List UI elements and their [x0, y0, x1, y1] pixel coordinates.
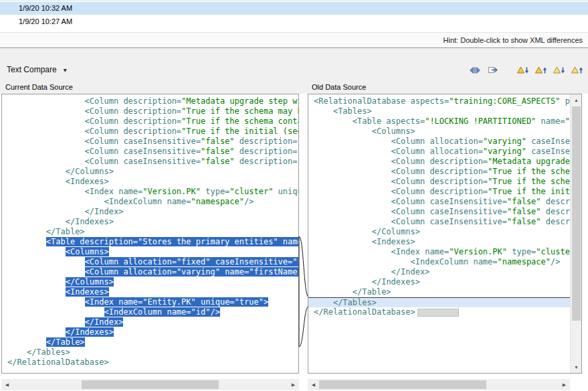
code-line: <Indexes> [2, 177, 298, 187]
swap-panes-icon [469, 66, 481, 75]
history-row[interactable]: 1/9/20 10:32 AM [0, 2, 588, 15]
compare-mode-label: Text Compare [7, 65, 57, 74]
code-line: <Column description="True if the initial… [308, 187, 581, 197]
next-change-button[interactable] [551, 64, 566, 76]
previous-difference-button[interactable] [533, 64, 548, 76]
scroll-right-button[interactable]: ▶ [559, 379, 570, 390]
code-line: <Table description="Stores the primary e… [2, 237, 298, 247]
code-line: </Indexes> [2, 217, 298, 227]
code-line: </Indexes> [308, 277, 581, 287]
code-line: <Columns> [308, 127, 581, 137]
scroll-left-button[interactable]: ◀ [1, 379, 13, 390]
code-line: <Column caseInsensitive="false" descript… [2, 137, 298, 147]
code-line: </Table> [2, 337, 298, 347]
code-line: <Column description="True if the schema … [308, 167, 581, 177]
previous-difference-icon [534, 66, 547, 75]
next-difference-icon [516, 66, 529, 75]
next-change-icon [553, 66, 565, 75]
history-row[interactable]: 1/9/20 10:27 AM [0, 15, 588, 28]
code-line: <Columns> [2, 247, 298, 257]
hint-bar: Hint: Double-click to show XML differenc… [0, 32, 588, 48]
previous-change-button[interactable] [569, 64, 584, 76]
code-line: <Column caseInsensitive="false" descript… [308, 197, 581, 207]
swap-panes-button[interactable] [468, 64, 482, 76]
code-line: <Column allocation="varying" caseInsensi… [308, 137, 581, 147]
code-line: <Column allocation="varying" name="first… [2, 267, 298, 277]
right-code-area[interactable]: <RelationalDatabase aspects="training:CO… [308, 94, 581, 373]
horizontal-scrollbar-thumb[interactable] [82, 380, 219, 389]
code-line: <RelationalDatabase aspects="training:CO… [308, 96, 581, 106]
code-line: <Column description="True if the schema … [2, 106, 298, 116]
code-line: <Index name="Entity.PK" unique="true"> [2, 297, 298, 307]
code-line: </Indexes> [2, 327, 298, 337]
code-line: <Column caseInsensitive="false" descript… [308, 207, 581, 217]
horizontal-scrollbar-thumb[interactable] [319, 380, 486, 389]
code-line: <Index name="Version.PK" type="cluster" … [308, 247, 581, 257]
code-line: </Columns> [308, 227, 581, 237]
code-line: </RelationalDatabase> [308, 307, 581, 317]
code-line: </Index> [2, 207, 298, 217]
left-code-area[interactable]: <Column description="Metadata upgrade st… [2, 94, 298, 373]
history-row-label: 1/9/20 10:32 AM [19, 4, 72, 12]
history-row-label: 1/9/20 10:27 AM [19, 17, 72, 25]
code-line: <Indexes> [308, 237, 581, 247]
chevron-down-icon: ▾ [64, 66, 67, 74]
code-line: </Tables> [308, 297, 581, 307]
code-line: <Column allocation="fixed" caseInsensiti… [2, 257, 298, 267]
previous-change-icon [571, 66, 583, 75]
copy-all-changes-icon [488, 66, 498, 75]
right-horizontal-scrollbar[interactable]: ◀ ▶ [308, 379, 570, 390]
code-line: <Tables> [308, 106, 581, 116]
left-horizontal-scrollbar[interactable]: ◀ ▶ [1, 379, 299, 390]
code-line: <Column allocation="varying" caseInsensi… [308, 147, 581, 157]
code-line: <Table aspects="!LOCKING !PARTITIONED" n… [308, 116, 581, 127]
compare-toolbar: Text Compare▾ [0, 49, 588, 82]
copy-all-changes-button[interactable] [486, 64, 500, 76]
history-list: 1/9/20 10:32 AM 1/9/20 10:27 AM [0, 0, 588, 32]
right-vertical-scrollbar[interactable]: ▲ ▼ [570, 94, 581, 373]
code-line: <Column description="True if the schema … [308, 177, 581, 187]
scroll-up-button[interactable]: ▲ [571, 94, 582, 106]
text-compare-panes: Current Data Source Old Data Source <Col… [0, 82, 588, 374]
code-line: <Column caseInsensitive="false" descript… [2, 157, 298, 167]
compare-mode-menu[interactable]: Text Compare▾ [7, 65, 67, 74]
left-pane-title: Current Data Source [5, 83, 73, 91]
insertion-point-marker [417, 309, 459, 317]
code-line: <Index name="Version.PK" type="cluster" … [2, 187, 298, 197]
code-line: <IndexColumn name="id"/> [2, 307, 298, 317]
code-line: </Index> [2, 317, 298, 327]
code-line: </Table> [308, 287, 581, 297]
compare-editor: 1/9/20 10:32 AM 1/9/20 10:27 AM Hint: Do… [0, 0, 588, 391]
code-line: </Columns> [2, 167, 298, 177]
code-line: <Column caseInsensitive="false" descript… [2, 147, 298, 157]
right-pane[interactable]: <RelationalDatabase aspects="training:CO… [308, 94, 582, 374]
pane-label-strip [0, 82, 588, 94]
code-line: <Column caseInsensitive="false" descript… [308, 217, 581, 227]
next-difference-button[interactable] [515, 64, 530, 76]
scroll-right-button[interactable]: ▶ [288, 379, 299, 390]
code-line: </Tables> [2, 347, 298, 358]
vertical-scrollbar-thumb[interactable] [572, 106, 581, 321]
code-line: <Column description="True if the initial… [2, 127, 298, 137]
left-pane[interactable]: <Column description="Metadata upgrade st… [1, 94, 299, 374]
code-line: <Column description="Metadata upgrade st… [2, 96, 298, 106]
hint-text: Hint: Double-click to show XML differenc… [444, 36, 583, 44]
scroll-down-button[interactable]: ▼ [571, 362, 582, 373]
code-line: </Index> [308, 267, 581, 277]
compare-toolbar-icons [468, 64, 584, 76]
code-line: </Columns> [2, 277, 298, 287]
code-line: <IndexColumn name="namespace"/> [308, 257, 581, 267]
scroll-left-button[interactable]: ◀ [308, 379, 319, 390]
code-line: </RelationalDatabase> [2, 358, 298, 368]
code-line: <IndexColumn name="namespace"/> [2, 197, 298, 207]
code-line: <Column description="True if the schema … [2, 116, 298, 127]
code-line: <Indexes> [2, 287, 298, 297]
right-pane-title: Old Data Source [312, 83, 366, 91]
code-line: </Table> [2, 227, 298, 237]
code-line: <Column description="Metadata upgrade st… [308, 157, 581, 167]
